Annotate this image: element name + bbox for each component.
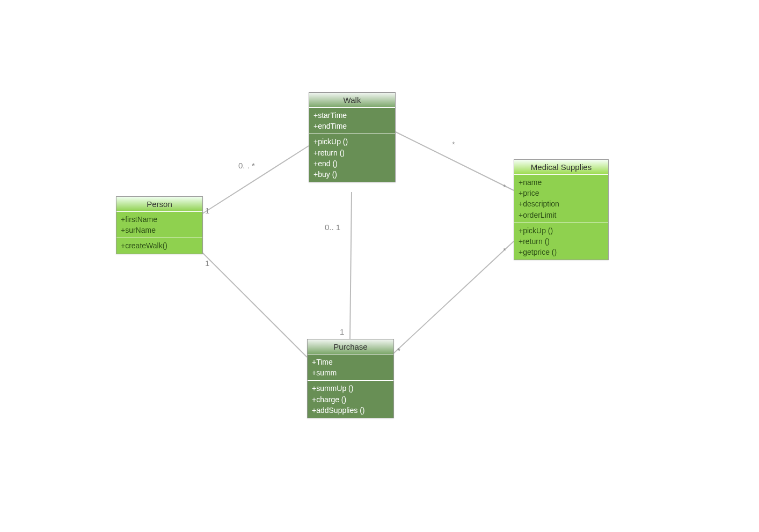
method-end: +end () xyxy=(313,158,391,169)
mult-walk-purchase-1: 1 xyxy=(340,327,344,336)
class-person[interactable]: Person +firstName +surName +createWalk() xyxy=(116,196,203,254)
connections-layer xyxy=(0,0,759,532)
svg-line-1 xyxy=(202,252,307,357)
class-person-methods: +createWalk() xyxy=(116,238,202,253)
mult-person-walk-many: 0. . * xyxy=(238,161,255,170)
class-walk-attributes: +starTime +endTime xyxy=(309,108,395,134)
method-summup: +summUp () xyxy=(312,383,389,394)
attr-name: +name xyxy=(519,177,604,188)
mult-walk-medical-star: * xyxy=(452,139,455,149)
attr-startime: +starTime xyxy=(313,110,391,121)
attr-summ: +summ xyxy=(312,367,389,378)
svg-line-0 xyxy=(202,146,309,214)
svg-line-3 xyxy=(350,192,352,339)
class-person-attributes: +firstName +surName xyxy=(116,212,202,238)
method-return: +return () xyxy=(313,147,391,158)
attr-price: +price xyxy=(519,188,604,198)
method-med-return: +return () xyxy=(519,236,604,247)
method-med-getprice: +getprice () xyxy=(519,247,604,257)
class-purchase[interactable]: Purchase +Time +summ +summUp () +charge … xyxy=(307,339,394,418)
class-person-title: Person xyxy=(116,197,202,212)
mult-purchase-medical-star2: * xyxy=(503,246,506,255)
mult-purchase-medical-star: * xyxy=(397,346,400,355)
class-purchase-attributes: +Time +summ xyxy=(308,354,393,381)
uml-diagram-canvas: 1 0. . * 1 * * 0.. 1 1 * * Person +first… xyxy=(0,0,759,532)
method-pickup: +pickUp () xyxy=(313,136,391,147)
attr-endtime: +endTime xyxy=(313,121,391,131)
attr-surname: +surName xyxy=(121,225,198,235)
class-walk[interactable]: Walk +starTime +endTime +pickUp () +retu… xyxy=(309,92,396,182)
method-createwalk: +createWalk() xyxy=(121,240,198,251)
class-medical-supplies[interactable]: Medical Supplies +name +price +descripti… xyxy=(514,159,609,260)
method-charge: +charge () xyxy=(312,394,389,405)
class-walk-title: Walk xyxy=(309,93,395,108)
svg-line-4 xyxy=(393,241,514,354)
class-walk-methods: +pickUp () +return () +end () +buy () xyxy=(309,134,395,182)
attr-orderlimit: +orderLimit xyxy=(519,210,604,220)
mult-person-walk-1: 1 xyxy=(205,206,209,215)
method-addsupplies: +addSupplies () xyxy=(312,405,389,416)
mult-walk-medical-star2: * xyxy=(503,182,506,191)
class-medical-attributes: +name +price +description +orderLimit xyxy=(514,175,608,223)
mult-walk-purchase-01: 0.. 1 xyxy=(325,223,340,232)
method-med-pickup: +pickUp () xyxy=(519,225,604,236)
class-medical-title: Medical Supplies xyxy=(514,160,608,175)
attr-time: +Time xyxy=(312,357,389,367)
mult-person-purchase-1: 1 xyxy=(205,258,209,268)
attr-firstname: +firstName xyxy=(121,214,198,225)
method-buy: +buy () xyxy=(313,169,391,180)
class-purchase-methods: +summUp () +charge () +addSupplies () xyxy=(308,381,393,418)
class-medical-methods: +pickUp () +return () +getprice () xyxy=(514,223,608,260)
class-purchase-title: Purchase xyxy=(308,339,393,354)
attr-description: +description xyxy=(519,198,604,209)
